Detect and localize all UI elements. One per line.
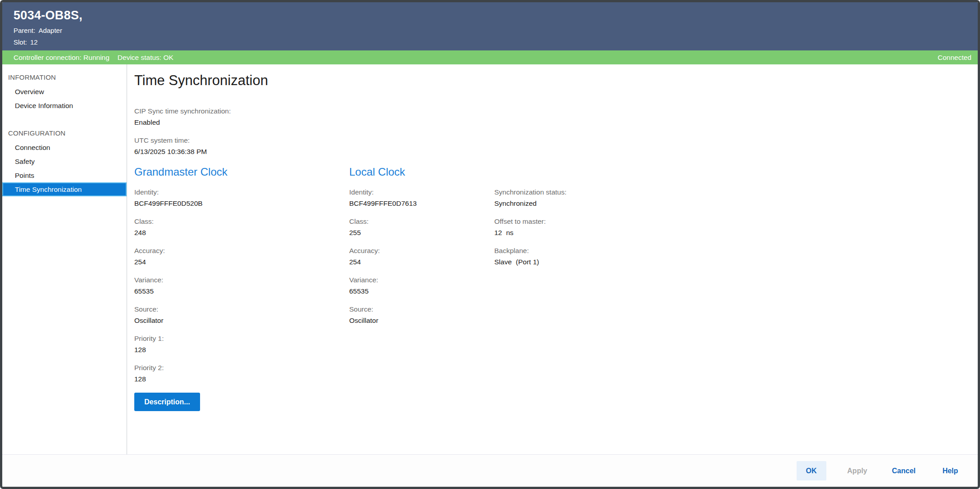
field-cip-sync: CIP Sync time synchronization: Enabled [134, 107, 978, 127]
field-label: Identity: [349, 188, 494, 196]
device-properties-window: 5034-OB8S, Parent:Adapter Slot:12 Contro… [0, 0, 980, 489]
slot-value: 12 [30, 38, 38, 46]
field-label: Variance: [134, 276, 349, 284]
ok-button[interactable]: OK [797, 461, 826, 480]
sidebar-item-points[interactable]: Points [2, 168, 127, 182]
field-label: Class: [349, 217, 494, 226]
field-label: Variance: [349, 276, 494, 284]
field-label: Class: [134, 217, 349, 226]
field-gm-source: Source: Oscillator [134, 305, 349, 325]
field-value: BCF499FFFE0D520B [134, 199, 349, 208]
sidebar-section-configuration: CONFIGURATION [2, 126, 127, 140]
window-header: 5034-OB8S, Parent:Adapter Slot:12 [2, 2, 978, 50]
field-gm-priority2: Priority 2: 128 [134, 363, 349, 383]
field-value: Slave(Port 1) [494, 258, 978, 266]
cancel-button[interactable]: Cancel [889, 461, 919, 480]
field-value: Oscillator [134, 316, 349, 325]
window-body: INFORMATION Overview Device Information … [2, 64, 978, 454]
parent-line: Parent:Adapter [14, 26, 969, 35]
connection-state-badge: Connected [938, 54, 971, 62]
sidebar-section-information: INFORMATION [2, 70, 127, 85]
local-clock-heading: Local Clock [349, 165, 494, 179]
field-sync-status: Synchronization status: Synchronized [494, 188, 978, 208]
field-gm-class: Class: 248 [134, 217, 349, 237]
controller-connection-status: Controller connection: Running [14, 54, 109, 62]
field-local-variance: Variance: 65535 [349, 276, 494, 295]
field-unit: ns [506, 229, 513, 236]
device-title: 5034-OB8S, [14, 8, 969, 23]
field-value: 248 [134, 228, 349, 237]
parent-label: Parent: [14, 27, 35, 34]
grandmaster-clock-section: Grandmaster Clock Identity: BCF499FFFE0D… [134, 165, 349, 411]
field-unit: (Port 1) [516, 258, 539, 266]
field-gm-variance: Variance: 65535 [134, 276, 349, 295]
field-backplane: Backplane: Slave(Port 1) [494, 246, 978, 266]
field-label: Offset to master: [494, 217, 978, 226]
field-label: Identity: [134, 188, 349, 196]
apply-button[interactable]: Apply [843, 461, 872, 480]
field-value: 128 [134, 375, 349, 383]
parent-value: Adapter [38, 27, 62, 34]
field-utc-system-time: UTC system time: 6/13/2025 10:36:38 PM [134, 136, 978, 156]
field-label: Priority 2: [134, 363, 349, 372]
device-status: Device status: OK [118, 54, 173, 62]
field-value: 12ns [494, 228, 978, 237]
field-label: Source: [349, 305, 494, 313]
status-bar: Controller connection: Running Device st… [2, 50, 978, 64]
grandmaster-clock-heading: Grandmaster Clock [134, 165, 349, 179]
field-label: CIP Sync time synchronization: [134, 107, 978, 115]
field-label: Accuracy: [134, 246, 349, 255]
field-local-class: Class: 255 [349, 217, 494, 237]
field-value: 254 [349, 258, 494, 266]
field-local-source: Source: Oscillator [349, 305, 494, 325]
field-label: Accuracy: [349, 246, 494, 255]
field-label: Synchronization status: [494, 188, 978, 196]
sidebar-item-overview[interactable]: Overview [2, 85, 127, 99]
sidebar-item-time-synchronization[interactable]: Time Synchronization [2, 182, 127, 196]
help-button[interactable]: Help [935, 461, 965, 480]
field-value: Oscillator [349, 316, 494, 325]
sync-status-section: Synchronization status: Synchronized Off… [494, 165, 978, 276]
field-gm-identity: Identity: BCF499FFFE0D520B [134, 188, 349, 208]
field-label: UTC system time: [134, 136, 978, 145]
sidebar-item-connection[interactable]: Connection [2, 140, 127, 154]
clock-columns: Grandmaster Clock Identity: BCF499FFFE0D… [134, 165, 978, 411]
slot-label: Slot: [14, 38, 27, 46]
field-offset-to-master: Offset to master: 12ns [494, 217, 978, 237]
local-clock-section: Local Clock Identity: BCF499FFFE0D7613 C… [349, 165, 494, 334]
field-value: BCF499FFFE0D7613 [349, 199, 494, 208]
field-value: 6/13/2025 10:36:38 PM [134, 147, 978, 156]
main-content: Time Synchronization CIP Sync time synch… [127, 64, 978, 454]
field-value: Enabled [134, 118, 978, 127]
field-local-accuracy: Accuracy: 254 [349, 246, 494, 266]
field-value: 65535 [134, 287, 349, 295]
sidebar-item-device-information[interactable]: Device Information [2, 99, 127, 113]
dialog-footer: OK Apply Cancel Help [2, 454, 978, 487]
field-value: 254 [134, 258, 349, 266]
field-value: Synchronized [494, 199, 978, 208]
field-label: Backplane: [494, 246, 978, 255]
page-title: Time Synchronization [134, 72, 978, 89]
field-gm-priority1: Priority 1: 128 [134, 334, 349, 354]
field-value: 255 [349, 228, 494, 237]
field-value: 65535 [349, 287, 494, 295]
field-value: 128 [134, 345, 349, 354]
sidebar: INFORMATION Overview Device Information … [2, 64, 127, 454]
slot-line: Slot:12 [14, 38, 969, 46]
field-gm-accuracy: Accuracy: 254 [134, 246, 349, 266]
sidebar-item-safety[interactable]: Safety [2, 154, 127, 168]
field-label: Priority 1: [134, 334, 349, 343]
description-button[interactable]: Description... [134, 393, 200, 411]
field-local-identity: Identity: BCF499FFFE0D7613 [349, 188, 494, 208]
field-label: Source: [134, 305, 349, 313]
